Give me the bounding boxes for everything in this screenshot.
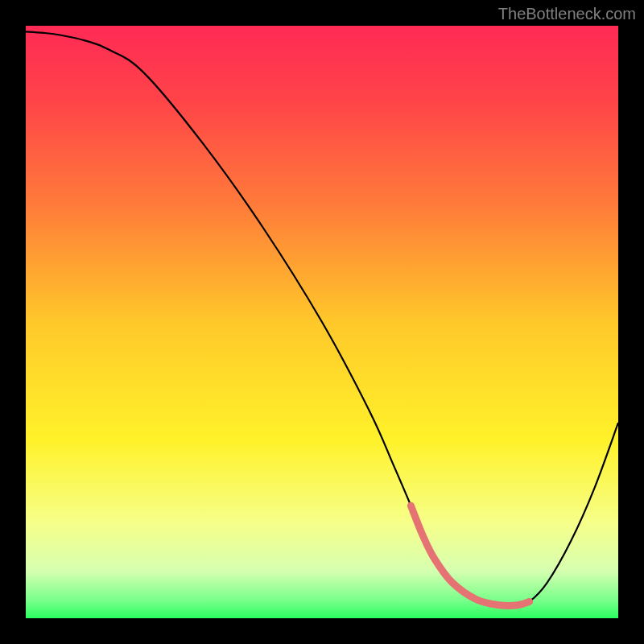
watermark-text: TheBottleneck.com bbox=[498, 5, 636, 23]
chart-container: TheBottleneck.com bbox=[0, 0, 644, 644]
chart-svg bbox=[0, 0, 644, 644]
